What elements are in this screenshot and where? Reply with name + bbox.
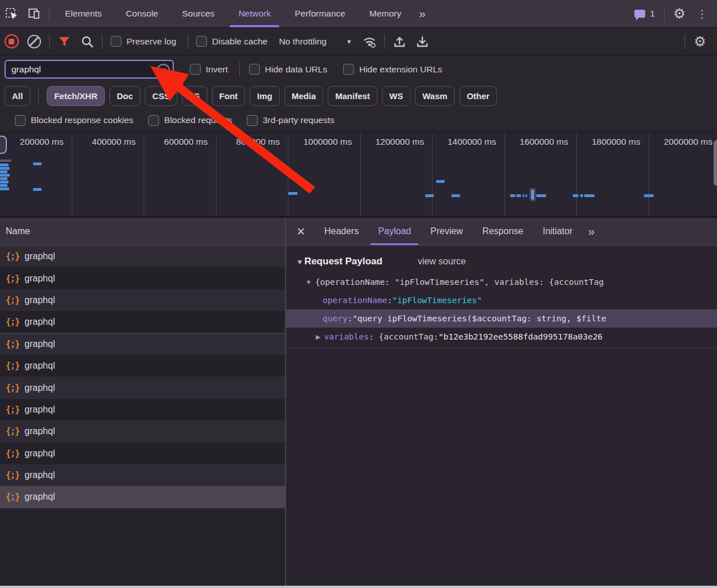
timeline-tick-label: 400000 ms — [92, 137, 136, 147]
more-panels-icon[interactable]: » — [413, 7, 430, 21]
request-row[interactable]: {;}graphql — [0, 333, 285, 355]
request-row[interactable]: {;}graphql — [0, 311, 285, 333]
detail-tab-headers[interactable]: Headers — [315, 218, 368, 245]
network-conditions-icon[interactable] — [358, 30, 381, 53]
chip-font[interactable]: Font — [212, 86, 245, 106]
request-row[interactable]: {;}graphql — [0, 399, 285, 420]
chip-all[interactable]: All — [5, 86, 30, 106]
issues-count: 1 — [650, 9, 655, 19]
issues-bubble-icon[interactable] — [634, 10, 645, 18]
timeline-column: 1200000 ms — [361, 133, 433, 217]
view-source-link[interactable]: view source — [418, 256, 466, 267]
waterfall-bar — [0, 181, 9, 183]
blocked-requests-checkbox[interactable] — [148, 115, 159, 126]
chip-fetch-xhr[interactable]: Fetch/XHR — [47, 86, 105, 106]
inspect-element-icon[interactable] — [0, 2, 23, 25]
tab-network[interactable]: Network — [226, 0, 283, 27]
close-icon[interactable]: ✕ — [286, 225, 315, 238]
tab-memory[interactable]: Memory — [357, 0, 413, 27]
tab-elements[interactable]: Elements — [53, 0, 114, 27]
divider — [685, 34, 685, 49]
chip-manifest[interactable]: Manifest — [328, 86, 377, 106]
chip-img[interactable]: Img — [250, 86, 280, 106]
detail-tab-response[interactable]: Response — [472, 218, 533, 245]
detail-tab-initiator[interactable]: Initiator — [533, 218, 582, 245]
waterfall-bar — [523, 194, 524, 197]
detail-tab-payload[interactable]: Payload — [368, 218, 421, 245]
record-network-log-icon[interactable] — [0, 30, 23, 53]
invert-checkbox[interactable] — [190, 64, 201, 75]
settings-gear-icon[interactable]: ⚙ — [668, 2, 691, 25]
clear-filter-icon[interactable]: ✕ — [157, 64, 170, 77]
chip-css[interactable]: CSS — [145, 86, 177, 106]
chip-media[interactable]: Media — [284, 86, 324, 106]
waterfall-bar — [0, 184, 7, 187]
timeline-column: 600000 ms — [144, 133, 217, 217]
hide-data-urls-checkbox[interactable] — [249, 64, 260, 75]
request-row[interactable]: {;}graphql — [0, 464, 285, 486]
request-row[interactable]: {;}graphql — [0, 443, 285, 464]
filter-input[interactable] — [5, 60, 174, 79]
clear-network-log-icon[interactable] — [23, 30, 46, 53]
expander-triangle-icon[interactable]: ▼ — [305, 279, 312, 285]
overview-right-grip[interactable] — [714, 140, 717, 186]
request-row[interactable]: {;}graphql — [0, 486, 285, 508]
expander-triangle-icon[interactable]: ▶ — [316, 333, 320, 341]
waterfall-bar — [525, 194, 527, 197]
request-row[interactable]: {;}graphql — [0, 377, 285, 398]
request-name: graphql — [25, 383, 55, 393]
preserve-log-checkbox[interactable] — [111, 36, 121, 47]
network-overview-timeline[interactable]: 200000 ms400000 ms600000 ms800000 ms1000… — [0, 133, 717, 218]
request-name: graphql — [25, 426, 55, 436]
device-toolbar-icon[interactable] — [23, 2, 46, 25]
request-row[interactable]: {;}graphql — [0, 289, 285, 311]
request-payload-title[interactable]: ▼Request Payload — [296, 256, 382, 267]
detail-tab-preview[interactable]: Preview — [421, 218, 472, 245]
network-settings-gear-icon[interactable]: ⚙ — [689, 30, 711, 53]
request-payload-header: ▼Request Payload view source — [286, 250, 717, 273]
waterfall-bar — [584, 194, 594, 197]
disable-cache-label: Disable cache — [212, 36, 267, 47]
filter-funnel-icon[interactable] — [53, 30, 76, 53]
divider — [49, 34, 50, 49]
waterfall-selected-marker — [529, 188, 536, 201]
search-icon[interactable] — [76, 30, 99, 53]
payload-line[interactable]: operationName: "ipFlowTimeseries" — [286, 291, 717, 309]
chip-doc[interactable]: Doc — [109, 86, 140, 106]
overview-left-grip[interactable] — [0, 136, 7, 154]
request-name: graphql — [25, 339, 55, 349]
payload-line-highlighted[interactable]: query: "query ipFlowTimeseries($accountT… — [286, 309, 717, 328]
name-column-header[interactable]: Name — [0, 218, 285, 246]
blocked-response-cookies-checkbox[interactable] — [15, 115, 26, 126]
payload-token: "b12e3b2192ee5588fdad995178a03e26 — [438, 332, 602, 341]
divider — [384, 34, 385, 49]
chip-other[interactable]: Other — [459, 86, 497, 106]
divider — [664, 6, 665, 21]
customize-menu-icon[interactable]: ⋮ — [691, 2, 714, 25]
throttling-dropdown[interactable]: No throttling ▼ — [279, 36, 352, 47]
more-detail-tabs-icon[interactable]: » — [582, 224, 600, 238]
request-row[interactable]: {;}graphql — [0, 246, 285, 267]
chip-ws[interactable]: WS — [382, 86, 410, 106]
tab-sources[interactable]: Sources — [170, 0, 227, 27]
export-har-icon[interactable] — [411, 30, 434, 53]
timeline-tick-label: 1400000 ms — [447, 137, 496, 147]
json-braces-icon: {;} — [6, 492, 19, 502]
chip-wasm[interactable]: Wasm — [415, 86, 455, 106]
tab-performance[interactable]: Performance — [283, 0, 357, 27]
hide-extension-urls-checkbox[interactable] — [343, 64, 354, 75]
request-row[interactable]: {;}graphql — [0, 355, 285, 377]
disable-cache-checkbox[interactable] — [196, 36, 207, 47]
3rd-party-requests-checkbox[interactable] — [247, 115, 258, 126]
request-row[interactable]: {;}graphql — [0, 420, 285, 442]
request-name: graphql — [25, 361, 55, 371]
payload-line[interactable]: ▼{operationName: "ipFlowTimeseries", var… — [286, 273, 717, 291]
panel-tabs: ElementsConsoleSourcesNetworkPerformance… — [53, 0, 413, 27]
request-row[interactable]: {;}graphql — [0, 267, 285, 289]
tab-console[interactable]: Console — [114, 0, 170, 27]
blocked-options-row: Blocked response cookiesBlocked requests… — [0, 108, 717, 133]
import-har-icon[interactable] — [388, 30, 411, 53]
payload-line[interactable]: ▶variables: {accountTag: "b12e3b2192ee55… — [286, 328, 717, 346]
chip-js[interactable]: JS — [182, 86, 207, 106]
checkbox-label: 3rd-party requests — [263, 115, 335, 125]
